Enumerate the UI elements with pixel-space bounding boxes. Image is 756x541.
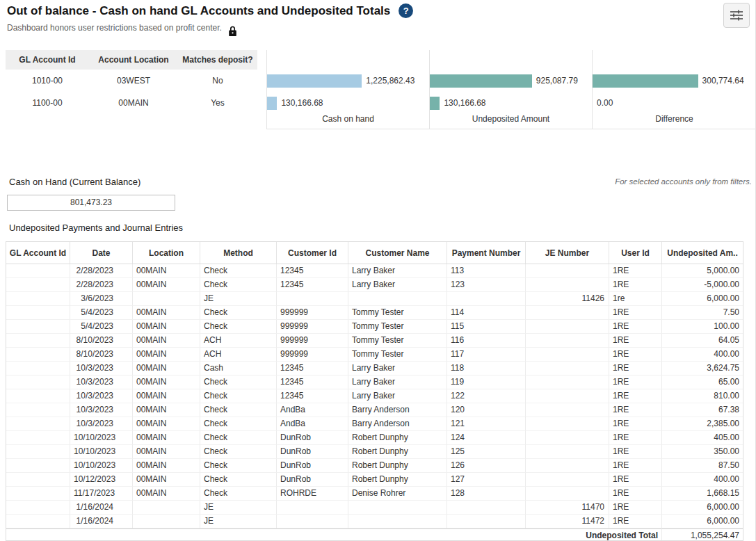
- cell-customer-id[interactable]: 12345: [277, 389, 348, 403]
- cell-customer-name[interactable]: Denise Rohrer: [348, 487, 447, 501]
- cell-undeposited-amount[interactable]: 6,000.00: [662, 292, 743, 306]
- cell-customer-id[interactable]: AndBa: [277, 417, 348, 431]
- cell-method[interactable]: Check: [200, 459, 277, 473]
- cell-method[interactable]: Check: [200, 445, 277, 459]
- cell-gl-account-id[interactable]: [6, 264, 70, 278]
- col-header-je-number[interactable]: JE Number: [526, 242, 609, 264]
- cell-method[interactable]: Check: [200, 417, 277, 431]
- cell-payment-number[interactable]: 122: [447, 389, 526, 403]
- cell-je-number[interactable]: [526, 320, 609, 334]
- cell-gl-account-id[interactable]: 1010-00: [6, 76, 89, 86]
- cell-customer-name[interactable]: Larry Baker: [348, 376, 447, 389]
- cell-undeposited-amount[interactable]: 400.00: [662, 473, 743, 487]
- cell-customer-id[interactable]: DunRob: [277, 445, 348, 459]
- cell-gl-account-id[interactable]: [6, 501, 70, 515]
- cell-location[interactable]: 00MAIN: [133, 320, 200, 334]
- cell-je-number[interactable]: [526, 403, 609, 417]
- help-icon[interactable]: ?: [399, 3, 413, 18]
- cell-user-id[interactable]: 1RE: [609, 389, 662, 403]
- cell-date[interactable]: 10/3/2023: [70, 417, 133, 431]
- table-row[interactable]: 11/17/202300MAINCheckROHRDEDenise Rohrer…: [6, 487, 743, 501]
- cell-location[interactable]: [133, 515, 200, 528]
- table-row[interactable]: 5/4/202300MAINCheck999999Tommy Tester114…: [6, 306, 743, 320]
- col-header-method[interactable]: Method: [200, 242, 277, 264]
- table-row[interactable]: 10/12/202300MAINCheckDunRobRobert Dunphy…: [6, 473, 743, 487]
- cell-customer-name[interactable]: [348, 515, 447, 528]
- cell-customer-name[interactable]: [348, 292, 447, 306]
- summary-col-account-location[interactable]: Account Location: [89, 55, 178, 65]
- summary-col-gl-account-id[interactable]: GL Account Id: [6, 55, 89, 65]
- cell-gl-account-id[interactable]: [6, 376, 70, 389]
- cell-payment-number[interactable]: 124: [447, 431, 526, 445]
- cell-payment-number[interactable]: 119: [447, 376, 526, 389]
- cell-date[interactable]: 10/12/2023: [70, 473, 133, 487]
- cell-date[interactable]: 2/28/2023: [70, 264, 133, 278]
- cell-user-id[interactable]: 1RE: [609, 445, 662, 459]
- cell-payment-number[interactable]: 115: [447, 320, 526, 334]
- cell-user-id[interactable]: 1RE: [609, 334, 662, 348]
- cell-customer-name[interactable]: Tommy Tester: [348, 306, 447, 320]
- cell-location[interactable]: 00MAIN: [133, 306, 200, 320]
- table-row[interactable]: 1/16/2024JE114721RE6,000.00: [6, 515, 743, 528]
- cell-payment-number[interactable]: [447, 515, 526, 528]
- cell-customer-id[interactable]: DunRob: [277, 431, 348, 445]
- cell-location[interactable]: 00MAIN: [133, 348, 200, 362]
- cell-user-id[interactable]: 1RE: [609, 431, 662, 445]
- cell-user-id[interactable]: 1RE: [609, 362, 662, 376]
- cell-undeposited-amount[interactable]: 400.00: [662, 348, 743, 362]
- cell-customer-id[interactable]: [277, 501, 348, 515]
- cell-method[interactable]: Check: [200, 431, 277, 445]
- cell-gl-account-id[interactable]: [6, 431, 70, 445]
- cell-payment-number[interactable]: 125: [447, 445, 526, 459]
- cell-undeposited-amount[interactable]: 67.38: [662, 403, 743, 417]
- cell-location[interactable]: 00MAIN: [133, 376, 200, 389]
- cell-je-number[interactable]: 11472: [526, 515, 609, 528]
- cell-method[interactable]: Check: [200, 487, 277, 501]
- cell-method[interactable]: Check: [200, 376, 277, 389]
- summary-row[interactable]: 1100-00 00MAIN Yes: [6, 92, 257, 114]
- col-header-date[interactable]: Date: [70, 242, 133, 264]
- cell-location[interactable]: 00MAIN: [133, 403, 200, 417]
- cell-gl-account-id[interactable]: [6, 306, 70, 320]
- col-header-undeposited-amount[interactable]: Undeposited Am..: [662, 242, 743, 264]
- cell-gl-account-id[interactable]: [6, 403, 70, 417]
- cell-user-id[interactable]: 1RE: [609, 417, 662, 431]
- cell-customer-name[interactable]: Robert Dunphy: [348, 445, 447, 459]
- cell-gl-account-id[interactable]: [6, 417, 70, 431]
- cell-location[interactable]: [133, 292, 200, 306]
- cell-je-number[interactable]: [526, 459, 609, 473]
- table-row[interactable]: 10/10/202300MAINCheckDunRobRobert Dunphy…: [6, 445, 743, 459]
- cell-location[interactable]: 00MAIN: [133, 431, 200, 445]
- cell-method[interactable]: Check: [200, 264, 277, 278]
- cell-undeposited-amount[interactable]: 6,000.00: [662, 501, 743, 515]
- cell-location[interactable]: 00MAIN: [133, 362, 200, 376]
- cell-customer-name[interactable]: Larry Baker: [348, 389, 447, 403]
- cell-customer-id[interactable]: [277, 515, 348, 528]
- cell-matches-deposit[interactable]: No: [178, 76, 257, 86]
- cell-payment-number[interactable]: 120: [447, 403, 526, 417]
- cell-location[interactable]: 00MAIN: [133, 389, 200, 403]
- cell-payment-number[interactable]: 114: [447, 306, 526, 320]
- cell-undeposited-amount[interactable]: 405.00: [662, 431, 743, 445]
- cell-location[interactable]: 00MAIN: [133, 459, 200, 473]
- cell-gl-account-id[interactable]: [6, 292, 70, 306]
- cell-payment-number[interactable]: 121: [447, 417, 526, 431]
- dashboard-settings-button[interactable]: [723, 3, 750, 28]
- cell-gl-account-id[interactable]: [6, 445, 70, 459]
- cell-gl-account-id[interactable]: [6, 278, 70, 292]
- cell-method[interactable]: Check: [200, 278, 277, 292]
- cell-je-number[interactable]: [526, 306, 609, 320]
- cell-user-id[interactable]: 1RE: [609, 515, 662, 528]
- cell-date[interactable]: 10/3/2023: [70, 403, 133, 417]
- cell-undeposited-amount[interactable]: 2,385.00: [662, 417, 743, 431]
- cell-user-id[interactable]: 1RE: [609, 376, 662, 389]
- table-row[interactable]: 10/3/202300MAINCheckAndBaBarry Anderson1…: [6, 417, 743, 431]
- cell-gl-account-id[interactable]: [6, 348, 70, 362]
- cell-undeposited-amount[interactable]: 6,000.00: [662, 515, 743, 528]
- cell-location[interactable]: 00MAIN: [133, 445, 200, 459]
- cell-customer-name[interactable]: Robert Dunphy: [348, 431, 447, 445]
- cell-gl-account-id[interactable]: [6, 334, 70, 348]
- cell-location[interactable]: 00MAIN: [133, 487, 200, 501]
- cell-customer-id[interactable]: 999999: [277, 348, 348, 362]
- cell-date[interactable]: 10/3/2023: [70, 376, 133, 389]
